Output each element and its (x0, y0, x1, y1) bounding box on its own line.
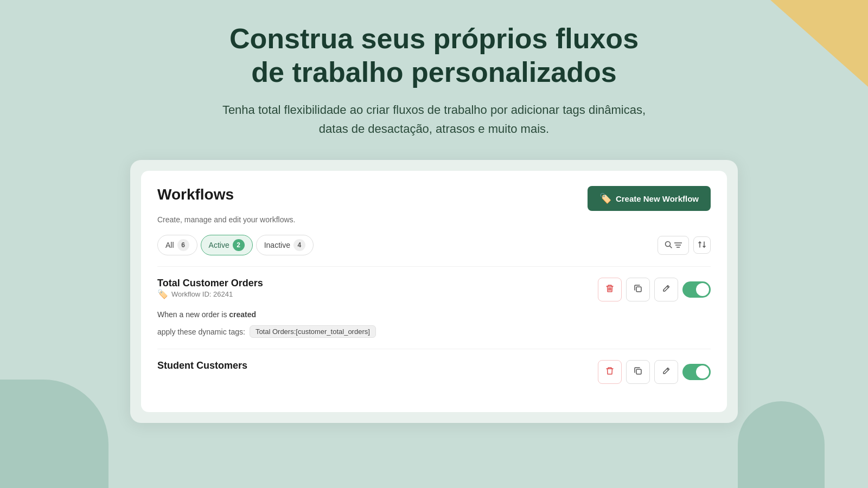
workflow-info-2: Student Customers (157, 360, 247, 371)
workflow-header-1: Total Customer Orders 🏷️ Workflow ID: 26… (157, 278, 711, 308)
card-wrapper: Workflows 🏷️ Create New Workflow Create,… (130, 160, 738, 423)
toggle-active-1[interactable] (682, 281, 711, 298)
create-workflow-button[interactable]: 🏷️ Create New Workflow (588, 186, 711, 211)
copy-icon-1 (634, 284, 642, 295)
workflow-item-2: Student Customers (157, 349, 711, 397)
panel-subtitle: Create, manage and edit your workflows. (157, 215, 711, 224)
workflow-info-1: Total Customer Orders 🏷️ Workflow ID: 26… (157, 278, 263, 308)
filter-active-count: 2 (233, 239, 245, 251)
delete-icon-1 (605, 284, 614, 295)
svg-rect-10 (636, 287, 641, 292)
panel-title: Workflows (157, 186, 234, 203)
hero-subtitle: Tenha total flexibilidade ao criar fluxo… (222, 100, 646, 138)
delete-icon-2 (605, 367, 614, 377)
filter-tab-inactive[interactable]: Inactive 4 (256, 235, 314, 255)
filter-lines-icon (674, 241, 682, 249)
delete-workflow-1-button[interactable] (598, 278, 622, 301)
edit-icon-2 (662, 367, 671, 377)
svg-rect-12 (636, 369, 641, 374)
copy-icon-2 (634, 367, 642, 377)
filter-tab-active[interactable]: Active 2 (201, 235, 253, 255)
copy-workflow-1-button[interactable] (626, 278, 650, 301)
edit-workflow-1-button[interactable] (654, 278, 678, 301)
workflow-desc-prefix-1: When a new order is (157, 310, 229, 319)
workflow-desc-action-1: created (229, 310, 256, 319)
toggle-active-2[interactable] (682, 364, 711, 380)
edit-workflow-2-button[interactable] (654, 360, 678, 384)
filter-controls (658, 236, 711, 255)
workflow-actions-1 (598, 278, 711, 301)
svg-line-11 (667, 286, 669, 288)
search-icon (665, 241, 672, 250)
create-button-label: Create New Workflow (616, 194, 699, 203)
filter-tab-all[interactable]: All 6 (157, 235, 197, 255)
filter-inactive-label: Inactive (264, 241, 290, 249)
filter-active-label: Active (209, 241, 229, 249)
filter-bar: All 6 Active 2 Inactive 4 (157, 235, 711, 255)
workflow-header-2: Student Customers (157, 360, 711, 384)
filter-all-count: 6 (177, 239, 189, 251)
panel-header: Workflows 🏷️ Create New Workflow (157, 186, 711, 211)
workflow-tags-line-1: apply these dynamic tags: Total Orders:[… (157, 325, 711, 338)
workflow-tags-prefix-1: apply these dynamic tags: (157, 328, 245, 336)
workflow-emoji-1: 🏷️ (157, 289, 168, 299)
filter-all-label: All (165, 241, 174, 249)
workflow-tag-pill-1: Total Orders:[customer_total_orders] (250, 325, 376, 338)
copy-workflow-2-button[interactable] (626, 360, 650, 384)
hero-section: Construa seus próprios fluxos de trabalh… (222, 22, 646, 138)
edit-icon-1 (662, 284, 671, 295)
workflow-id-1: Workflow ID: 26241 (171, 290, 233, 298)
tag-icon: 🏷️ (599, 192, 611, 204)
workflow-item-1: Total Customer Orders 🏷️ Workflow ID: 26… (157, 266, 711, 349)
search-filter-button[interactable] (658, 236, 689, 255)
svg-line-13 (667, 369, 669, 370)
workflows-panel: Workflows 🏷️ Create New Workflow Create,… (141, 171, 727, 412)
svg-line-1 (670, 246, 672, 248)
filter-inactive-count: 4 (293, 239, 305, 251)
workflow-meta-1: 🏷️ Workflow ID: 26241 (157, 289, 263, 299)
panel-title-section: Workflows (157, 186, 234, 203)
workflow-actions-2 (598, 360, 711, 384)
sort-icon (698, 241, 706, 250)
workflow-description-1: When a new order is created (157, 310, 711, 319)
workflow-name-2: Student Customers (157, 360, 247, 371)
filter-tabs: All 6 Active 2 Inactive 4 (157, 235, 314, 255)
sort-button[interactable] (693, 236, 711, 254)
delete-workflow-2-button[interactable] (598, 360, 622, 384)
hero-title: Construa seus próprios fluxos de trabalh… (222, 22, 646, 89)
workflow-name-1: Total Customer Orders (157, 278, 263, 289)
